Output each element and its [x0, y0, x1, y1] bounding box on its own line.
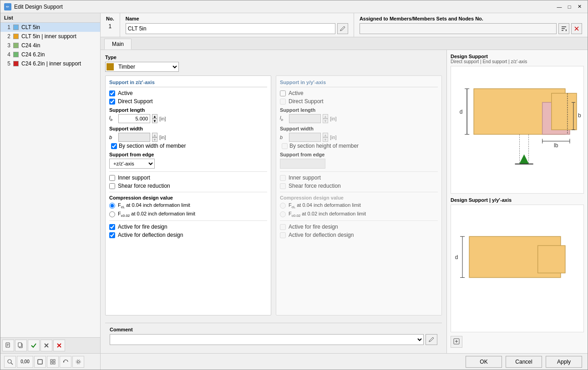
- minimize-button[interactable]: —: [555, 3, 564, 10]
- z-lb-down-button[interactable]: ▼: [152, 119, 157, 123]
- cross-button[interactable]: [41, 340, 52, 351]
- y-divider2: [280, 192, 438, 192]
- y-lb-sublabel: lb: [280, 115, 287, 122]
- design-support-subtitle: Direct support | End support | z/z'-axis: [451, 59, 584, 64]
- delete-button[interactable]: [53, 340, 65, 351]
- list-item-num-3: 3: [4, 42, 10, 49]
- z-divider2: [109, 192, 267, 192]
- y-b-down-button: ▼: [323, 137, 328, 142]
- diagram-export-button[interactable]: [451, 336, 462, 348]
- list-item-5[interactable]: 5 C24 6.2in | inner support: [0, 59, 100, 68]
- app-icon: ✏: [4, 3, 11, 10]
- y-by-section-row: By section height of member: [282, 143, 438, 149]
- sidebar-toolbar: [0, 337, 100, 353]
- zoom-button[interactable]: [4, 356, 16, 368]
- y-b-row: b ▲ ▼ [in]: [280, 133, 438, 142]
- z-direct-support-checkbox[interactable]: [109, 99, 115, 105]
- z-by-section-checkbox[interactable]: [111, 143, 117, 149]
- y-deflection-row: Active for deflection design: [280, 232, 438, 238]
- y-fire-label: Active for fire design: [289, 224, 338, 230]
- decimal-button[interactable]: 0,00: [17, 356, 33, 368]
- y-active-checkbox[interactable]: [280, 90, 286, 96]
- cancel-button[interactable]: Cancel: [506, 356, 542, 368]
- upper-diagram: d lb b: [451, 66, 584, 194]
- top-row: No. 1 Name Assigned to Members/Members S…: [101, 13, 588, 37]
- y-active-label: Active: [289, 90, 304, 96]
- ok-button[interactable]: OK: [466, 356, 502, 368]
- assigned-clear-button[interactable]: [571, 23, 582, 34]
- list-item-label-2: CLT 5in | inner support: [21, 33, 96, 40]
- list-item-2[interactable]: 2 CLT 5in | inner support: [0, 32, 100, 41]
- grid-button[interactable]: [47, 356, 59, 368]
- z-lb-up-button[interactable]: ▲: [152, 114, 157, 119]
- sidebar-list: 1 CLT 5in 2 CLT 5in | inner support 3 C2…: [0, 23, 100, 337]
- name-input[interactable]: [126, 23, 335, 34]
- main-content: List 1 CLT 5in 2 CLT 5in | inner support…: [0, 13, 588, 370]
- list-item-4[interactable]: 4 C24 6.2in: [0, 50, 100, 59]
- main-window: ✏ Edit Design Support — □ ✕ List 1 CLT 5…: [0, 0, 588, 370]
- z-divider1: [109, 171, 267, 172]
- check-button[interactable]: [28, 340, 40, 351]
- z-active-checkbox[interactable]: [109, 90, 115, 96]
- comment-edit-button[interactable]: [426, 334, 437, 345]
- type-select-wrap[interactable]: Timber: [105, 62, 179, 72]
- y-divider3: [280, 220, 438, 221]
- svg-marker-40: [520, 155, 529, 164]
- y-active-row: Active: [280, 90, 438, 96]
- y-lb-up-button: ▲: [323, 114, 328, 119]
- frame-button[interactable]: [34, 356, 46, 368]
- y-support-length-label: Support length: [280, 107, 438, 113]
- y-fire-checkbox: [280, 224, 286, 230]
- z-support-edge-dropdown[interactable]: +z/z'-axis -z/z'-axis: [109, 159, 155, 169]
- name-edit-button[interactable]: [337, 23, 348, 34]
- z-shear-checkbox[interactable]: [109, 183, 115, 189]
- apply-button[interactable]: Apply: [546, 356, 582, 368]
- z-lb-input[interactable]: [118, 114, 150, 123]
- svg-rect-45: [538, 245, 565, 273]
- y-shear-label: Shear force reduction: [289, 183, 341, 189]
- comment-dropdown[interactable]: [110, 334, 424, 345]
- z-support-width-group: Support width b ▲ ▼ [in]: [109, 126, 267, 149]
- z-fc02-radio[interactable]: [109, 211, 115, 217]
- y-axis-column: Support in y/y'-axis Active Direct Suppo…: [276, 75, 442, 315]
- y-support-edge-display: [280, 159, 325, 169]
- y-deflection-label: Active for deflection design: [289, 232, 354, 238]
- z-deflection-checkbox[interactable]: [109, 232, 115, 238]
- list-item-label-5: C24 6.2in | inner support: [21, 60, 96, 67]
- list-item-1[interactable]: 1 CLT 5in: [0, 23, 100, 32]
- y-inner-support-checkbox: [280, 175, 286, 181]
- y-lb-row: lb ▲ ▼ [in]: [280, 114, 438, 123]
- assigned-input[interactable]: [360, 23, 557, 34]
- svg-rect-15: [51, 362, 52, 364]
- z-shear-label: Shear force reduction: [118, 183, 170, 189]
- y-compression-label: Compression design value: [280, 195, 438, 200]
- y-fc04-radio: [280, 203, 286, 209]
- type-dropdown[interactable]: Timber: [115, 62, 178, 71]
- list-item-color-1: [13, 25, 19, 30]
- svg-rect-16: [53, 362, 55, 364]
- y-fc04-label: FcL at 0.04 inch deformation limit: [289, 202, 361, 209]
- svg-point-18: [77, 360, 80, 363]
- tab-main[interactable]: Main: [104, 39, 132, 50]
- sidebar: List 1 CLT 5in 2 CLT 5in | inner support…: [0, 13, 101, 370]
- assigned-section: Assigned to Members/Members Sets and Nod…: [354, 13, 588, 37]
- close-button[interactable]: ✕: [575, 3, 584, 10]
- action-row: OK Cancel Apply: [101, 353, 588, 370]
- settings-button[interactable]: [72, 356, 84, 368]
- z-direct-support-row: Direct Support: [109, 98, 267, 105]
- z-fc02-label: Fc0.02 at 0.02 inch deformation limit: [118, 211, 195, 218]
- list-item-3[interactable]: 3 C24 4in: [0, 41, 100, 50]
- assigned-select-button[interactable]: [558, 23, 569, 34]
- copy-button[interactable]: [15, 340, 27, 351]
- z-fc04-radio[interactable]: [109, 203, 115, 209]
- y-support-edge-group: Support from edge: [280, 152, 438, 169]
- y-fc02-label: Fc0.02 at 0.02 inch deformation limit: [289, 211, 366, 218]
- z-fire-checkbox[interactable]: [109, 224, 115, 230]
- maximize-button[interactable]: □: [565, 3, 574, 10]
- undo-button[interactable]: [60, 356, 71, 368]
- title-controls: — □ ✕: [555, 3, 584, 10]
- new-button[interactable]: [2, 340, 14, 351]
- z-direct-support-label: Direct Support: [118, 98, 153, 105]
- z-inner-support-checkbox[interactable]: [109, 175, 115, 181]
- list-item-num-4: 4: [4, 51, 10, 58]
